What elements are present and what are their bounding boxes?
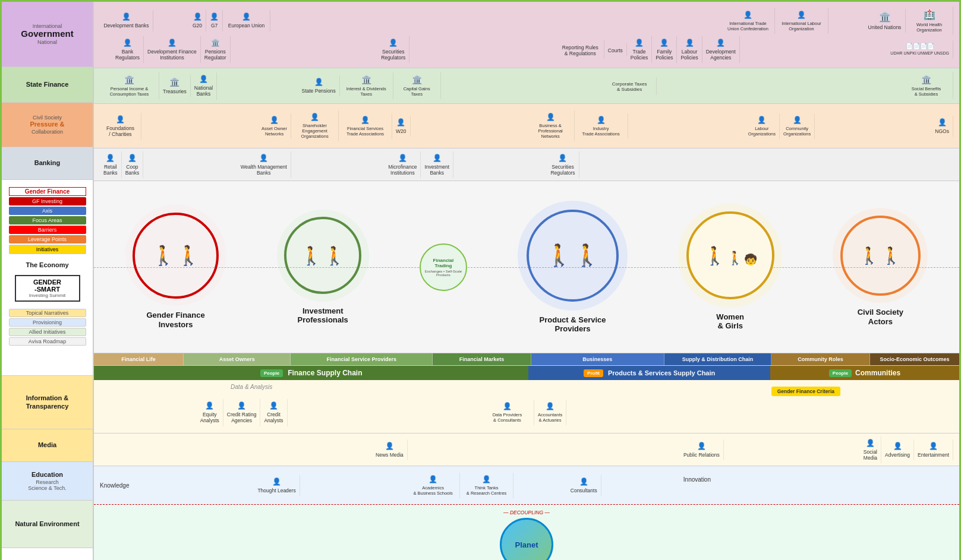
social-benefits-label: Social Benefits& Subsidies — [912, 86, 941, 97]
corp-taxes-cell: Corporate Taxes& Subsidies — [603, 77, 657, 95]
retail-banks-icon: 👤 — [106, 154, 115, 162]
public-relations-label: Public Relations — [683, 452, 720, 458]
credit-analysts-icon: 👤 — [269, 401, 278, 410]
national-banks-cell: 👤 NationalBanks — [191, 72, 217, 99]
decoupling-label: — DECOUPLING — — [503, 510, 550, 515]
gfi-circle: 🚶🚶 — [133, 213, 219, 299]
thought-leaders-cell: 👤 Thought Leaders — [254, 475, 300, 496]
sec-regulators-b-icon: 👤 — [558, 154, 567, 162]
sidebar: International Government National State … — [2, 2, 94, 560]
foundations-cell: 👤 Foundations/ Charities — [100, 113, 141, 140]
investment-banks-icon: 👤 — [433, 154, 442, 162]
fsta-label: Financial ServicesTrade Associations — [346, 126, 384, 137]
wg-circle: 🚶🚶🧒 — [686, 211, 774, 299]
info-line2: Transparency — [26, 403, 69, 410]
gs-line3: Investing Summit — [18, 293, 77, 298]
national-banks-icon: 👤 — [199, 75, 208, 83]
csa-circle-wrap: 🚶🚶 Civil SocietyActors — [833, 208, 928, 326]
interest-div-label: Interest & DividendsTaxes — [346, 86, 386, 97]
community-org-label: CommunityOrganizations — [783, 126, 811, 137]
trade-pol-cell: 👤 TradePolicies — [627, 36, 652, 63]
wg-outer-glow: 🚶🚶🧒 — [678, 204, 782, 308]
accountants-cell: 👤 Accountants& Actuaries — [534, 400, 566, 425]
gender-smart-box: GENDER -SMART Investing Summit — [15, 275, 80, 302]
trading-wrap: FinancialTrading Exchanges • Self-ScaleP… — [420, 243, 467, 291]
psp-label: Product & ServiceProviders — [540, 315, 606, 334]
ilo-icon: 👤 — [797, 11, 806, 19]
academics-icon: 👤 — [428, 475, 437, 483]
accountants-icon: 👤 — [546, 402, 554, 410]
sec-regulators-b-cell: 👤 SecuritiesRegulators — [547, 151, 579, 178]
ituc-cell: 👤 International TradeUnion Confederation — [721, 8, 775, 34]
ituc-icon: 👤 — [743, 11, 752, 19]
credit-analysts-label: CreditAnalysts — [264, 412, 283, 423]
eu-label: European Union — [228, 23, 264, 29]
knowledge-label: Knowledge — [100, 482, 147, 489]
csa-persons: 🚶🚶 — [859, 246, 902, 265]
legend-focus: Focus Areas — [9, 216, 86, 224]
bpn-icon: 👤 — [546, 113, 555, 121]
col-cr: Community Roles — [771, 353, 870, 365]
g7-cell: 👤 G7 — [206, 10, 223, 31]
udhr-label: UDHR UNPKI UNWEP UNSDG — [890, 51, 949, 56]
trading-circle: FinancialTrading Exchanges • Self-ScaleP… — [420, 243, 467, 291]
public-relations-cell: 👤 Public Relations — [680, 439, 724, 460]
bank-reg-cell: 👤 BankRegulators — [112, 36, 144, 63]
coop-banks-icon: 👤 — [128, 154, 137, 162]
info-transparency-row: Data & Analysis Gender Finance Criteria … — [94, 380, 959, 434]
public-relations-icon: 👤 — [697, 442, 706, 450]
col-sdc: Supply & Distribution Chain — [664, 353, 771, 365]
csa-outer-glow: 🚶🚶 — [833, 208, 928, 303]
ip-circle-wrap: 🚶🚶 InvestmentProfessionals — [277, 210, 369, 325]
news-media-icon: 👤 — [385, 442, 394, 450]
col-fm: Financial Markets — [433, 353, 531, 365]
ngos-icon: 👤 — [938, 118, 947, 126]
economy-row: 🚶🚶 Gender FinanceInvestors 🚶🚶 — [94, 181, 959, 353]
gfi-label: Gender FinanceInvestors — [146, 311, 204, 329]
reporting-rules-label: Reporting Rules& Regulations — [562, 45, 598, 56]
credit-rating-icon: 👤 — [237, 401, 246, 410]
psp-circle-wrap: 🚶🚶 Product & ServiceProviders — [518, 201, 628, 334]
courts-label: Courts — [608, 48, 623, 53]
news-media-cell: 👤 News Media — [372, 439, 408, 460]
planet-label: Planet — [515, 540, 538, 549]
coop-banks-cell: 👤 CoopBanks — [122, 151, 144, 178]
wg-label: Women& Girls — [716, 312, 744, 331]
dfi-icon: 👤 — [168, 39, 177, 47]
sec-reg-icon: 👤 — [389, 39, 398, 47]
bank-reg-label: BankRegulators — [115, 49, 140, 61]
gs-line1: GENDER — [18, 279, 77, 286]
who-cell: 🏥 World HealthOrganization — [906, 7, 953, 35]
consultants-label: Consultants — [571, 488, 597, 493]
equity-analysts-icon: 👤 — [205, 401, 214, 410]
gov-national-label: National — [37, 39, 57, 45]
investment-banks-label: InvestmentBanks — [424, 164, 449, 176]
education-row: Knowledge 👤 Thought Leaders 👤 Academics&… — [94, 466, 959, 505]
accountants-label: Accountants& Actuaries — [538, 412, 562, 423]
dev-agencies-icon: 👤 — [716, 39, 725, 47]
ip-circle: 🚶🚶 — [284, 217, 361, 294]
pic-taxes-cell: 🏛️ Personal Income &Consumption Taxes — [100, 72, 159, 99]
equity-analysts-cell: 👤 EquityAnalysts — [197, 399, 223, 426]
csa-circle: 🚶🚶 — [840, 216, 921, 296]
news-media-label: News Media — [376, 452, 404, 458]
treasuries-label: Treasuries — [163, 88, 187, 94]
chain-bars: People Finance Supply Chain Profit Produ… — [94, 366, 959, 380]
thinktanks-cell: 👤 Think Tanks& Research Centres — [460, 473, 513, 498]
edu-line3: Science & Tech. — [28, 485, 66, 491]
microfinance-icon: 👤 — [398, 154, 407, 162]
chain-communities: People Communities — [770, 366, 959, 380]
corp-taxes-label: Corporate Taxes& Subsidies — [612, 81, 647, 93]
credit-rating-label: Credit RatingAgencies — [227, 412, 257, 423]
economy-label: The Economy — [26, 261, 68, 269]
app-container: International Government National State … — [0, 0, 961, 560]
state-pensions-cell: 👤 State Pensions — [298, 75, 340, 96]
sidebar-item-natural: Natural Environment — [2, 501, 93, 548]
wg-circle-wrap: 🚶🚶🧒 Women& Girls — [678, 204, 782, 331]
gfi-circle-wrap: 🚶🚶 Gender FinanceInvestors — [125, 205, 226, 329]
csa-label: Civil SocietyActors — [858, 308, 903, 326]
academics-label: Academics& Business Schools — [413, 485, 452, 496]
foundations-label: Foundations/ Charities — [106, 125, 134, 137]
un-label: United Nations — [868, 24, 902, 30]
main-content: 👤 Development Banks 👤 G20 👤 G7 👤 Europea… — [94, 2, 959, 560]
